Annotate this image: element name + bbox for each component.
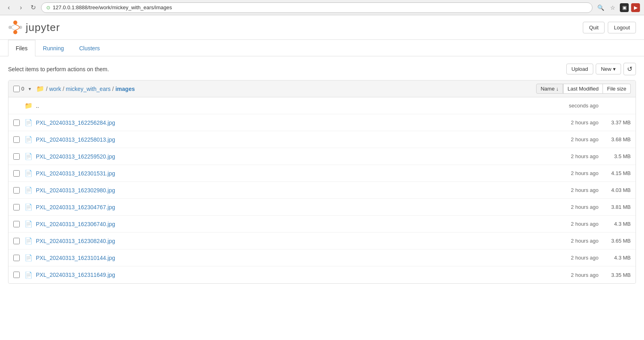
folder-icon: 📁 bbox=[36, 85, 44, 93]
file-icon-2: 📄 bbox=[25, 152, 33, 160]
file-checkbox-8[interactable] bbox=[13, 255, 20, 261]
address-bar[interactable]: ⊙ 127.0.0.1:8888/tree/work/mickey_with_e… bbox=[41, 2, 592, 13]
select-info-text: Select items to perform actions on them. bbox=[8, 66, 109, 72]
file-icon-0: 📄 bbox=[25, 119, 33, 126]
extension-red: ▶ bbox=[631, 3, 640, 12]
file-link-5[interactable]: PXL_20240313_162304767.jpg bbox=[36, 204, 526, 210]
file-size-2: 3.5 MB bbox=[599, 153, 631, 159]
file-modified-9: 2 hours ago bbox=[526, 272, 599, 278]
file-modified-5: 2 hours ago bbox=[526, 204, 599, 210]
breadcrumb-path: 📁 / work / mickey_with_ears / images bbox=[36, 85, 135, 93]
file-link-4[interactable]: PXL_20240313_162302980.jpg bbox=[36, 187, 526, 194]
back-button[interactable]: ‹ bbox=[4, 3, 14, 12]
security-icon: ⊙ bbox=[46, 5, 50, 10]
bookmark-button[interactable]: ☆ bbox=[608, 3, 617, 12]
file-icon-6: 📄 bbox=[25, 220, 33, 228]
select-all-checkbox[interactable] bbox=[13, 86, 20, 92]
file-modified-3: 2 hours ago bbox=[526, 170, 599, 176]
file-checkbox-4[interactable] bbox=[13, 187, 20, 194]
file-icon-7: 📄 bbox=[25, 237, 33, 245]
breadcrumb-work[interactable]: work bbox=[49, 86, 61, 92]
new-button[interactable]: New ▾ bbox=[596, 64, 621, 74]
file-size-9: 3.35 MB bbox=[599, 272, 631, 278]
file-checkbox-6[interactable] bbox=[13, 221, 20, 227]
file-link-9[interactable]: PXL_20240313_162311649.jpg bbox=[36, 272, 526, 278]
parent-dir-link[interactable]: .. bbox=[36, 103, 526, 109]
separator-1: / bbox=[46, 86, 47, 92]
select-all-container: 0 ▾ bbox=[13, 85, 34, 93]
file-modified-6: 2 hours ago bbox=[526, 221, 599, 227]
file-modified-0: 2 hours ago bbox=[526, 120, 599, 126]
sort-by-size-button[interactable]: File size bbox=[603, 84, 631, 94]
file-checkbox-5[interactable] bbox=[13, 204, 20, 210]
sort-by-modified-button[interactable]: Last Modified bbox=[563, 84, 603, 94]
forward-button[interactable]: › bbox=[16, 3, 26, 12]
file-icon-4: 📄 bbox=[25, 186, 33, 194]
toolbar-row: Select items to perform actions on them.… bbox=[8, 63, 636, 75]
logout-button[interactable]: Logout bbox=[608, 22, 636, 33]
upload-button[interactable]: Upload bbox=[566, 64, 593, 74]
file-checkbox-1[interactable] bbox=[13, 136, 20, 143]
file-icon-5: 📄 bbox=[25, 203, 33, 211]
browser-chrome: ‹ › ↻ ⊙ 127.0.0.1:8888/tree/work/mickey_… bbox=[0, 0, 644, 15]
search-browser-button[interactable]: 🔍 bbox=[596, 3, 605, 12]
file-icon-3: 📄 bbox=[25, 169, 33, 177]
file-icon-8: 📄 bbox=[25, 254, 33, 262]
parent-dir-modified: seconds ago bbox=[526, 103, 599, 109]
file-link-1[interactable]: PXL_20240313_162258013.jpg bbox=[36, 136, 526, 143]
toolbar-actions: Upload New ▾ ↺ bbox=[566, 63, 636, 75]
file-size-5: 3.81 MB bbox=[599, 204, 631, 210]
file-size-6: 4.3 MB bbox=[599, 221, 631, 227]
breadcrumb-images: images bbox=[116, 86, 135, 92]
file-link-3[interactable]: PXL_20240313_162301531.jpg bbox=[36, 170, 526, 177]
table-row: 📄 PXL_20240313_162256284.jpg 2 hours ago… bbox=[8, 114, 636, 131]
parent-dir-row: 📁 .. seconds ago bbox=[8, 97, 636, 114]
file-link-7[interactable]: PXL_20240313_162308240.jpg bbox=[36, 238, 526, 244]
file-checkbox-7[interactable] bbox=[13, 238, 20, 244]
file-checkbox-0[interactable] bbox=[13, 120, 20, 126]
table-row: 📄 PXL_20240313_162258013.jpg 2 hours ago… bbox=[8, 131, 636, 148]
file-size-3: 4.15 MB bbox=[599, 170, 631, 176]
new-button-label: New bbox=[601, 66, 611, 72]
parent-dir-icon: 📁 bbox=[25, 102, 33, 109]
file-link-0[interactable]: PXL_20240313_162256284.jpg bbox=[36, 120, 526, 126]
file-link-2[interactable]: PXL_20240313_162259520.jpg bbox=[36, 153, 526, 160]
table-row: 📄 PXL_20240313_162304767.jpg 2 hours ago… bbox=[8, 199, 636, 216]
browser-actions: 🔍 ☆ ▣ ▶ bbox=[596, 3, 640, 12]
sort-buttons: Name ↓ Last Modified File size bbox=[536, 84, 631, 94]
file-checkbox-9[interactable] bbox=[13, 272, 20, 278]
file-size-8: 4.3 MB bbox=[599, 255, 631, 261]
select-dropdown-button[interactable]: ▾ bbox=[26, 85, 34, 93]
jupyter-logo[interactable]: jupyter bbox=[8, 20, 60, 35]
sort-by-name-button[interactable]: Name ↓ bbox=[536, 84, 563, 94]
table-row: 📄 PXL_20240313_162306740.jpg 2 hours ago… bbox=[8, 216, 636, 233]
file-size-7: 3.65 MB bbox=[599, 238, 631, 244]
svg-point-1 bbox=[13, 30, 17, 34]
file-size-4: 4.03 MB bbox=[599, 187, 631, 193]
file-link-6[interactable]: PXL_20240313_162306740.jpg bbox=[36, 221, 526, 227]
svg-point-0 bbox=[13, 21, 17, 25]
file-checkbox-3[interactable] bbox=[13, 170, 20, 177]
tab-clusters[interactable]: Clusters bbox=[72, 40, 107, 56]
file-size-1: 3.68 MB bbox=[599, 136, 631, 142]
quit-button[interactable]: Quit bbox=[583, 22, 605, 33]
table-row: 📄 PXL_20240313_162259520.jpg 2 hours ago… bbox=[8, 148, 636, 165]
selected-count: 0 bbox=[21, 86, 24, 92]
jupyter-header: jupyter Quit Logout bbox=[0, 15, 644, 40]
tabs-bar: Files Running Clusters bbox=[0, 40, 644, 56]
browser-controls: ‹ › ↻ bbox=[4, 3, 38, 12]
file-checkbox-2[interactable] bbox=[13, 153, 20, 160]
file-rows-container: 📄 PXL_20240313_162256284.jpg 2 hours ago… bbox=[8, 114, 636, 283]
reload-button[interactable]: ↻ bbox=[28, 3, 38, 12]
tab-files[interactable]: Files bbox=[8, 40, 35, 56]
file-link-8[interactable]: PXL_20240313_162310144.jpg bbox=[36, 255, 526, 261]
table-row: 📄 PXL_20240313_162311649.jpg 2 hours ago… bbox=[8, 266, 636, 283]
breadcrumb-mickey[interactable]: mickey_with_ears bbox=[66, 86, 111, 92]
separator-2: / bbox=[63, 86, 64, 92]
jupyter-logo-icon bbox=[8, 20, 23, 35]
refresh-button[interactable]: ↺ bbox=[623, 63, 636, 75]
breadcrumb-left: 0 ▾ 📁 / work / mickey_with_ears / images bbox=[13, 85, 135, 93]
header-buttons: Quit Logout bbox=[583, 22, 636, 33]
tab-running[interactable]: Running bbox=[35, 40, 72, 56]
extension-dark: ▣ bbox=[620, 3, 629, 12]
